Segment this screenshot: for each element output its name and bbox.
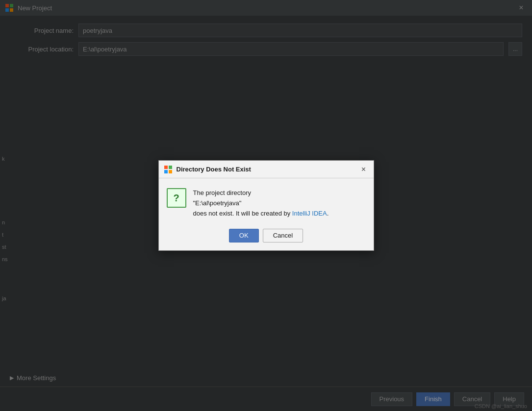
dialog-message-prefix: does not exist. It will be created by — [193, 210, 292, 217]
dialog-cancel-button[interactable]: Cancel — [263, 229, 303, 242]
svg-rect-7 — [169, 170, 172, 173]
dialog-title-text: Directory Does Not Exist — [177, 166, 251, 173]
dialog-message-line2: "E:\al\poetryjava" — [193, 198, 329, 209]
dialog-message-line1: The project directory — [193, 188, 329, 198]
main-window: New Project × Project name: Project loca… — [0, 0, 532, 411]
dialog-message: The project directory "E:\al\poetryjava"… — [193, 188, 329, 218]
question-icon: ? — [167, 188, 186, 208]
dialog-title-icon — [164, 165, 173, 174]
dialog-buttons: OK Cancel — [167, 229, 366, 242]
dialog-message-line3: does not exist. It will be created by In… — [193, 209, 329, 219]
dialog-title-bar: Directory Does Not Exist × — [159, 161, 374, 178]
dialog-message-intellij: IntelliJ IDEA — [292, 210, 327, 217]
dialog-body: ? The project directory "E:\al\poetryjav… — [159, 178, 374, 250]
dialog-close-button[interactable]: × — [359, 165, 369, 174]
svg-rect-6 — [164, 170, 168, 173]
dialog-ok-button[interactable]: OK — [229, 229, 259, 242]
dialog-title-left: Directory Does Not Exist — [164, 165, 251, 174]
svg-rect-5 — [169, 166, 172, 169]
dialog-overlay: Directory Does Not Exist × ? The project… — [0, 0, 532, 411]
svg-rect-4 — [164, 166, 168, 169]
dialog-message-suffix: . — [327, 210, 329, 217]
dialog: Directory Does Not Exist × ? The project… — [158, 160, 374, 250]
dialog-content-row: ? The project directory "E:\al\poetryjav… — [167, 188, 366, 218]
